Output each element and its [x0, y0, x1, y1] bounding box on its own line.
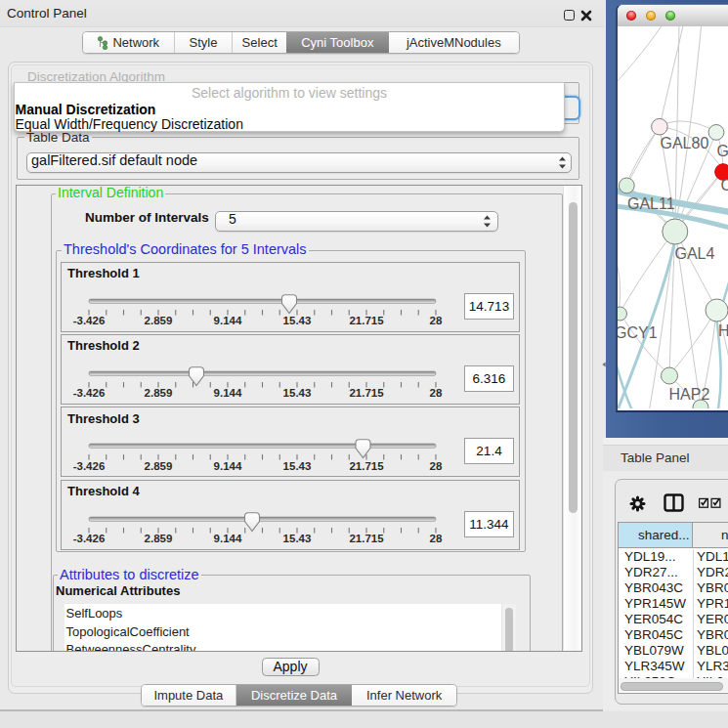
- svg-text:GAL80: GAL80: [661, 135, 709, 151]
- svg-text:G.: G.: [717, 143, 728, 159]
- svg-text:HAP2: HAP2: [669, 386, 710, 403]
- svg-text:H: H: [718, 322, 728, 339]
- svg-text:GAL4: GAL4: [675, 245, 715, 262]
- svg-text:GAL11: GAL11: [627, 195, 675, 212]
- svg-text:C: C: [721, 177, 728, 193]
- svg-text:GCY1: GCY1: [618, 324, 658, 341]
